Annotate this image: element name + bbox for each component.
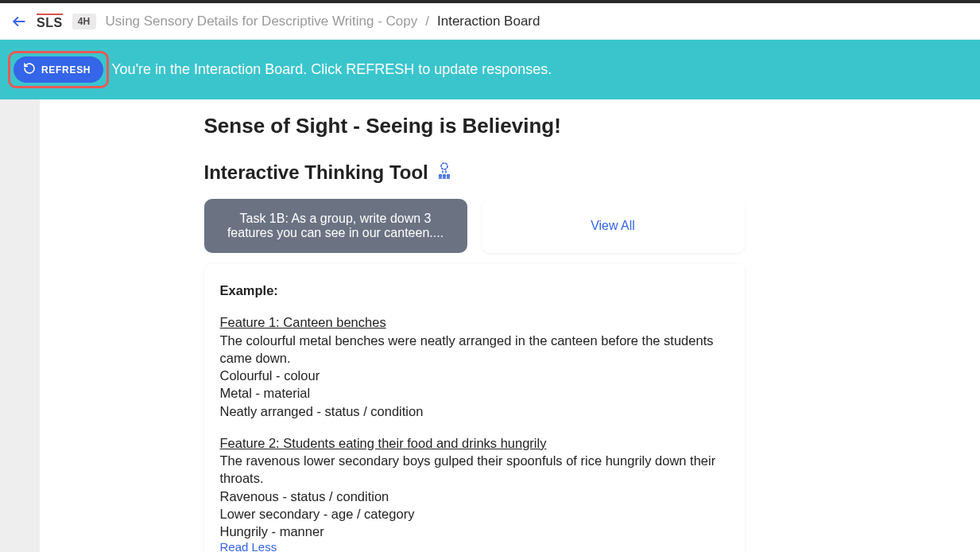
feature-1-attr-2: Metal - material (220, 384, 729, 402)
svg-point-2 (439, 175, 441, 177)
feature-1-block: Feature 1: Canteen benches The colourful… (220, 313, 729, 420)
example-label: Example: (220, 282, 729, 299)
refresh-highlight-box: REFRESH (8, 51, 109, 88)
read-less-link[interactable]: Read Less (220, 540, 729, 552)
feature-2-block: Feature 2: Students eating their food an… (220, 434, 729, 541)
feature-2-attr-3: Hungrily - manner (220, 523, 729, 540)
page-title: Sense of Sight - Seeing is Believing! (204, 114, 745, 138)
info-banner: REFRESH You're in the Interaction Board.… (0, 40, 980, 99)
tool-title-text: Interactive Thinking Tool (204, 161, 428, 184)
feature-1-description: The colourful metal benches were neatly … (220, 332, 729, 367)
feature-2-description: The ravenous lower secondary boys gulped… (220, 452, 729, 488)
refresh-icon (23, 62, 36, 77)
refresh-button[interactable]: REFRESH (14, 56, 103, 83)
feature-1-title: Feature 1: Canteen benches (220, 315, 386, 329)
banner-text: You're in the Interaction Board. Click R… (111, 61, 552, 78)
svg-point-4 (447, 175, 449, 177)
class-badge: 4H (72, 14, 96, 29)
feature-2-title: Feature 2: Students eating their food an… (220, 436, 547, 450)
header: SLS 4H Using Sensory Details for Descrip… (0, 3, 980, 40)
feature-2-attr-1: Ravenous - status / condition (220, 488, 729, 505)
breadcrumb-parent[interactable]: Using Sensory Details for Descriptive Wr… (106, 14, 418, 29)
tab-view-all[interactable]: View All (482, 199, 745, 253)
refresh-button-label: REFRESH (41, 64, 91, 76)
lightbulb-group-icon (435, 161, 454, 185)
content-area: Sense of Sight - Seeing is Believing! In… (0, 99, 980, 552)
feature-1-attr-1: Colourful - colour (220, 367, 729, 384)
back-arrow-icon[interactable] (11, 14, 27, 29)
tab-view-all-label: View All (591, 219, 635, 233)
feature-1-attr-3: Neatly arranged - status / condition (220, 402, 729, 420)
svg-point-3 (443, 175, 445, 177)
breadcrumb-separator: / (425, 14, 429, 29)
left-sidebar-spacer (0, 99, 40, 552)
breadcrumb-current: Interaction Board (437, 14, 540, 29)
tabs-row: Task 1B: As a group, write down 3 featur… (204, 199, 745, 253)
feature-2-attr-2: Lower secondary - age / category (220, 505, 729, 523)
svg-point-1 (441, 163, 447, 169)
example-card: Example: Feature 1: Canteen benches The … (204, 264, 745, 552)
main-content: Sense of Sight - Seeing is Believing! In… (40, 99, 980, 552)
tab-task-label: Task 1B: As a group, write down 3 featur… (220, 212, 451, 240)
logo-sls: SLS (37, 14, 63, 29)
tab-task[interactable]: Task 1B: As a group, write down 3 featur… (204, 199, 467, 253)
tool-title: Interactive Thinking Tool (204, 161, 745, 185)
breadcrumb: Using Sensory Details for Descriptive Wr… (106, 14, 540, 29)
